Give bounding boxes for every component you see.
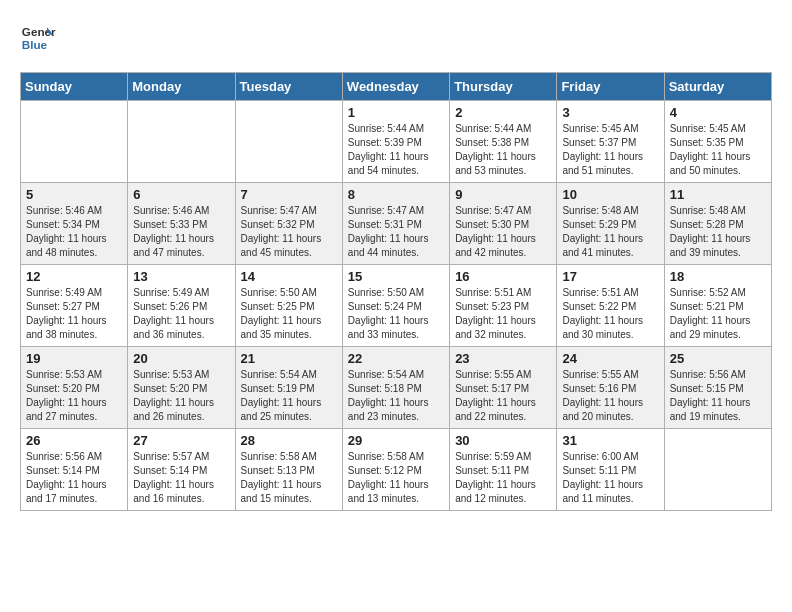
day-number: 12 [26, 269, 122, 284]
day-number: 13 [133, 269, 229, 284]
calendar-cell: 19Sunrise: 5:53 AM Sunset: 5:20 PM Dayli… [21, 347, 128, 429]
day-info: Sunrise: 5:55 AM Sunset: 5:16 PM Dayligh… [562, 368, 658, 424]
weekday-header: Thursday [450, 73, 557, 101]
weekday-header: Saturday [664, 73, 771, 101]
day-info: Sunrise: 5:48 AM Sunset: 5:28 PM Dayligh… [670, 204, 766, 260]
calendar-cell: 1Sunrise: 5:44 AM Sunset: 5:39 PM Daylig… [342, 101, 449, 183]
day-info: Sunrise: 5:58 AM Sunset: 5:12 PM Dayligh… [348, 450, 444, 506]
day-info: Sunrise: 5:44 AM Sunset: 5:39 PM Dayligh… [348, 122, 444, 178]
day-info: Sunrise: 5:52 AM Sunset: 5:21 PM Dayligh… [670, 286, 766, 342]
day-info: Sunrise: 5:56 AM Sunset: 5:14 PM Dayligh… [26, 450, 122, 506]
calendar-cell: 20Sunrise: 5:53 AM Sunset: 5:20 PM Dayli… [128, 347, 235, 429]
day-info: Sunrise: 6:00 AM Sunset: 5:11 PM Dayligh… [562, 450, 658, 506]
logo: General Blue [20, 20, 56, 56]
day-number: 25 [670, 351, 766, 366]
calendar-cell: 15Sunrise: 5:50 AM Sunset: 5:24 PM Dayli… [342, 265, 449, 347]
day-info: Sunrise: 5:54 AM Sunset: 5:18 PM Dayligh… [348, 368, 444, 424]
calendar-cell: 31Sunrise: 6:00 AM Sunset: 5:11 PM Dayli… [557, 429, 664, 511]
calendar-cell: 3Sunrise: 5:45 AM Sunset: 5:37 PM Daylig… [557, 101, 664, 183]
day-info: Sunrise: 5:44 AM Sunset: 5:38 PM Dayligh… [455, 122, 551, 178]
weekday-header: Monday [128, 73, 235, 101]
calendar-cell: 24Sunrise: 5:55 AM Sunset: 5:16 PM Dayli… [557, 347, 664, 429]
day-info: Sunrise: 5:49 AM Sunset: 5:27 PM Dayligh… [26, 286, 122, 342]
day-info: Sunrise: 5:49 AM Sunset: 5:26 PM Dayligh… [133, 286, 229, 342]
day-number: 10 [562, 187, 658, 202]
weekday-header: Wednesday [342, 73, 449, 101]
svg-text:Blue: Blue [22, 38, 48, 51]
calendar-cell: 6Sunrise: 5:46 AM Sunset: 5:33 PM Daylig… [128, 183, 235, 265]
weekday-header: Friday [557, 73, 664, 101]
day-info: Sunrise: 5:46 AM Sunset: 5:33 PM Dayligh… [133, 204, 229, 260]
calendar-cell: 4Sunrise: 5:45 AM Sunset: 5:35 PM Daylig… [664, 101, 771, 183]
day-number: 4 [670, 105, 766, 120]
day-number: 29 [348, 433, 444, 448]
day-number: 11 [670, 187, 766, 202]
calendar-cell: 10Sunrise: 5:48 AM Sunset: 5:29 PM Dayli… [557, 183, 664, 265]
calendar-cell: 9Sunrise: 5:47 AM Sunset: 5:30 PM Daylig… [450, 183, 557, 265]
calendar-cell: 13Sunrise: 5:49 AM Sunset: 5:26 PM Dayli… [128, 265, 235, 347]
calendar-cell [128, 101, 235, 183]
day-number: 30 [455, 433, 551, 448]
day-info: Sunrise: 5:57 AM Sunset: 5:14 PM Dayligh… [133, 450, 229, 506]
day-info: Sunrise: 5:46 AM Sunset: 5:34 PM Dayligh… [26, 204, 122, 260]
day-number: 6 [133, 187, 229, 202]
day-number: 31 [562, 433, 658, 448]
day-number: 1 [348, 105, 444, 120]
day-number: 17 [562, 269, 658, 284]
day-info: Sunrise: 5:54 AM Sunset: 5:19 PM Dayligh… [241, 368, 337, 424]
logo-icon: General Blue [20, 20, 56, 56]
day-info: Sunrise: 5:47 AM Sunset: 5:31 PM Dayligh… [348, 204, 444, 260]
weekday-header: Sunday [21, 73, 128, 101]
day-number: 9 [455, 187, 551, 202]
day-number: 2 [455, 105, 551, 120]
calendar-table: SundayMondayTuesdayWednesdayThursdayFrid… [20, 72, 772, 511]
calendar-cell: 5Sunrise: 5:46 AM Sunset: 5:34 PM Daylig… [21, 183, 128, 265]
calendar-cell: 8Sunrise: 5:47 AM Sunset: 5:31 PM Daylig… [342, 183, 449, 265]
calendar-cell: 27Sunrise: 5:57 AM Sunset: 5:14 PM Dayli… [128, 429, 235, 511]
calendar-cell: 22Sunrise: 5:54 AM Sunset: 5:18 PM Dayli… [342, 347, 449, 429]
day-number: 16 [455, 269, 551, 284]
calendar-cell: 30Sunrise: 5:59 AM Sunset: 5:11 PM Dayli… [450, 429, 557, 511]
calendar-cell: 18Sunrise: 5:52 AM Sunset: 5:21 PM Dayli… [664, 265, 771, 347]
calendar-cell: 21Sunrise: 5:54 AM Sunset: 5:19 PM Dayli… [235, 347, 342, 429]
calendar-cell: 29Sunrise: 5:58 AM Sunset: 5:12 PM Dayli… [342, 429, 449, 511]
day-info: Sunrise: 5:48 AM Sunset: 5:29 PM Dayligh… [562, 204, 658, 260]
day-info: Sunrise: 5:47 AM Sunset: 5:30 PM Dayligh… [455, 204, 551, 260]
calendar-cell [235, 101, 342, 183]
day-info: Sunrise: 5:55 AM Sunset: 5:17 PM Dayligh… [455, 368, 551, 424]
calendar-cell: 16Sunrise: 5:51 AM Sunset: 5:23 PM Dayli… [450, 265, 557, 347]
day-info: Sunrise: 5:53 AM Sunset: 5:20 PM Dayligh… [26, 368, 122, 424]
calendar-cell: 25Sunrise: 5:56 AM Sunset: 5:15 PM Dayli… [664, 347, 771, 429]
day-number: 23 [455, 351, 551, 366]
day-number: 27 [133, 433, 229, 448]
day-number: 28 [241, 433, 337, 448]
day-info: Sunrise: 5:56 AM Sunset: 5:15 PM Dayligh… [670, 368, 766, 424]
day-number: 3 [562, 105, 658, 120]
day-info: Sunrise: 5:50 AM Sunset: 5:25 PM Dayligh… [241, 286, 337, 342]
calendar-cell [21, 101, 128, 183]
day-info: Sunrise: 5:45 AM Sunset: 5:35 PM Dayligh… [670, 122, 766, 178]
day-number: 5 [26, 187, 122, 202]
calendar-cell: 11Sunrise: 5:48 AM Sunset: 5:28 PM Dayli… [664, 183, 771, 265]
calendar-cell: 2Sunrise: 5:44 AM Sunset: 5:38 PM Daylig… [450, 101, 557, 183]
day-number: 20 [133, 351, 229, 366]
day-number: 24 [562, 351, 658, 366]
calendar-cell: 7Sunrise: 5:47 AM Sunset: 5:32 PM Daylig… [235, 183, 342, 265]
day-info: Sunrise: 5:47 AM Sunset: 5:32 PM Dayligh… [241, 204, 337, 260]
weekday-header: Tuesday [235, 73, 342, 101]
day-info: Sunrise: 5:51 AM Sunset: 5:22 PM Dayligh… [562, 286, 658, 342]
day-number: 26 [26, 433, 122, 448]
calendar-cell [664, 429, 771, 511]
calendar-cell: 14Sunrise: 5:50 AM Sunset: 5:25 PM Dayli… [235, 265, 342, 347]
day-info: Sunrise: 5:51 AM Sunset: 5:23 PM Dayligh… [455, 286, 551, 342]
svg-text:General: General [22, 25, 56, 38]
day-number: 21 [241, 351, 337, 366]
day-number: 14 [241, 269, 337, 284]
calendar-cell: 23Sunrise: 5:55 AM Sunset: 5:17 PM Dayli… [450, 347, 557, 429]
day-info: Sunrise: 5:53 AM Sunset: 5:20 PM Dayligh… [133, 368, 229, 424]
calendar-cell: 12Sunrise: 5:49 AM Sunset: 5:27 PM Dayli… [21, 265, 128, 347]
day-number: 18 [670, 269, 766, 284]
calendar-cell: 17Sunrise: 5:51 AM Sunset: 5:22 PM Dayli… [557, 265, 664, 347]
day-number: 7 [241, 187, 337, 202]
day-number: 22 [348, 351, 444, 366]
